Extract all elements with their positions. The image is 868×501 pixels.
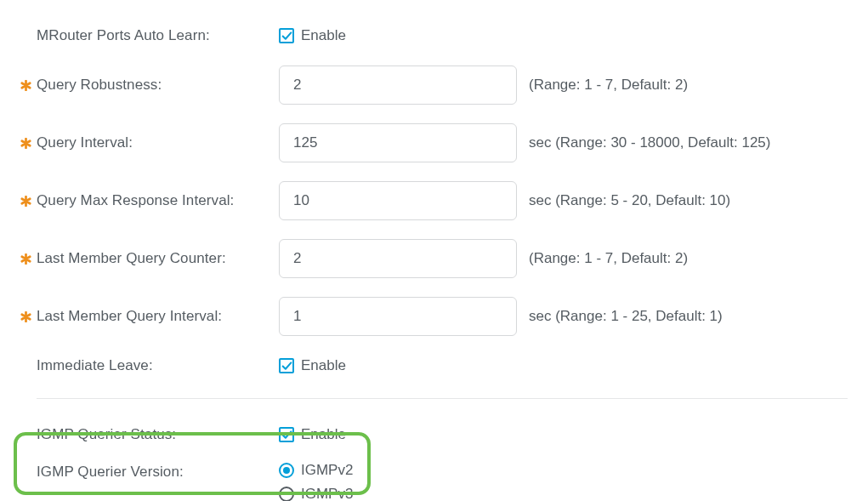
- spacer: [20, 361, 31, 372]
- query-robustness-hint: (Range: 1 - 7, Default: 2): [529, 77, 688, 94]
- immediate-leave-row: Immediate Leave: Enable: [20, 345, 848, 386]
- igmp-querier-version-row: IGMP Querier Version: IGMPv2 IGMPv3: [20, 455, 848, 501]
- query-interval-hint: sec (Range: 30 - 18000, Default: 125): [529, 134, 770, 151]
- igmp-querier-status-row: IGMP Querier Status: Enable: [20, 414, 848, 455]
- query-interval-input[interactable]: [279, 123, 517, 162]
- immediate-leave-label: Immediate Leave:: [37, 357, 153, 374]
- igmpv2-label: IGMPv2: [301, 462, 353, 479]
- checkbox-checked-icon: [279, 427, 294, 442]
- mrouter-enable-checkbox[interactable]: Enable: [279, 27, 346, 44]
- igmpv2-radio[interactable]: IGMPv2: [279, 462, 353, 479]
- igmp-querier-status-enable-label: Enable: [301, 426, 346, 443]
- required-icon: [20, 138, 31, 149]
- igmpv3-label: IGMPv3: [301, 486, 353, 501]
- igmp-querier-version-label: IGMP Querier Version:: [37, 464, 184, 481]
- igmp-querier-version-group: IGMPv2 IGMPv3: [279, 462, 353, 501]
- immediate-leave-checkbox[interactable]: Enable: [279, 357, 346, 374]
- radio-selected-icon: [279, 463, 294, 478]
- spacer: [20, 467, 31, 478]
- spacer: [20, 430, 31, 441]
- required-icon: [20, 80, 31, 91]
- last-member-counter-label: Last Member Query Counter:: [37, 250, 226, 267]
- radio-unselected-icon: [279, 487, 294, 501]
- required-icon: [20, 311, 31, 322]
- last-member-interval-hint: sec (Range: 1 - 25, Default: 1): [529, 308, 723, 325]
- required-icon: [20, 196, 31, 207]
- query-interval-label: Query Interval:: [37, 134, 133, 151]
- mrouter-label: MRouter Ports Auto Learn:: [37, 27, 210, 44]
- query-robustness-label: Query Robustness:: [37, 77, 162, 94]
- query-max-response-row: Query Max Response Interval: sec (Range:…: [20, 172, 848, 230]
- igmp-querier-status-checkbox[interactable]: Enable: [279, 426, 346, 443]
- last-member-interval-label: Last Member Query Interval:: [37, 308, 222, 325]
- igmp-querier-status-label: IGMP Querier Status:: [37, 426, 176, 443]
- immediate-leave-enable-label: Enable: [301, 357, 346, 374]
- section-divider: [37, 398, 848, 399]
- checkbox-checked-icon: [279, 28, 294, 43]
- spacer: [20, 31, 31, 42]
- last-member-counter-input[interactable]: [279, 239, 517, 278]
- query-max-response-hint: sec (Range: 5 - 20, Default: 10): [529, 192, 730, 209]
- checkbox-checked-icon: [279, 358, 294, 373]
- mrouter-ports-auto-learn-row: MRouter Ports Auto Learn: Enable: [20, 15, 848, 56]
- last-member-interval-row: Last Member Query Interval: sec (Range: …: [20, 288, 848, 345]
- query-robustness-input[interactable]: [279, 65, 517, 105]
- last-member-interval-input[interactable]: [279, 297, 517, 336]
- query-max-response-input[interactable]: [279, 181, 517, 220]
- query-max-response-label: Query Max Response Interval:: [37, 192, 234, 209]
- last-member-counter-row: Last Member Query Counter: (Range: 1 - 7…: [20, 230, 848, 288]
- required-icon: [20, 253, 31, 265]
- mrouter-enable-label: Enable: [301, 27, 346, 44]
- last-member-counter-hint: (Range: 1 - 7, Default: 2): [529, 250, 688, 267]
- igmpv3-radio[interactable]: IGMPv3: [279, 486, 353, 501]
- query-interval-row: Query Interval: sec (Range: 30 - 18000, …: [20, 114, 848, 172]
- query-robustness-row: Query Robustness: (Range: 1 - 7, Default…: [20, 56, 848, 114]
